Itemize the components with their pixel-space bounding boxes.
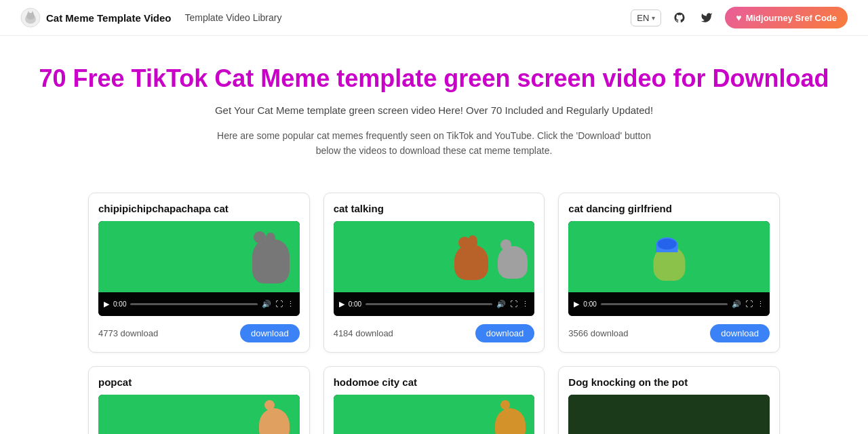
time-display-1: 0:00	[113, 300, 126, 308]
more-icon-1[interactable]: ⋮	[287, 300, 294, 309]
chevron-down-icon: ▾	[652, 14, 655, 22]
card-2-download-count: 4184 download	[334, 328, 393, 338]
heart-icon: ♥	[736, 12, 741, 23]
card-1-title: chipipichipchapachapa cat	[98, 203, 300, 214]
logo[interactable]: Cat Meme Template Video	[20, 7, 172, 28]
card-3-footer: 3566 download download	[568, 324, 770, 342]
video-card-6: Dog knocking on the pot	[558, 366, 780, 434]
card-2-video[interactable]: ▶ 0:00 🔊 ⛶ ⋮	[334, 221, 535, 316]
cat-image-5	[495, 408, 529, 434]
card-1-footer: 4773 download download	[98, 324, 300, 342]
card-6-title: Dog knocking on the pot	[568, 376, 770, 388]
card-5-title: hodomoe city cat	[334, 376, 535, 388]
progress-bar-3[interactable]	[601, 303, 728, 305]
video-card-3: cat dancing girlfriend ▶ 0:00 🔊 ⛶ ⋮ 3566…	[558, 193, 780, 353]
cat-image-2	[452, 224, 530, 292]
github-icon[interactable]	[671, 9, 688, 26]
volume-icon-3[interactable]: 🔊	[732, 300, 741, 309]
video-card-2: cat talking ▶ 0:00 🔊 ⛶ ⋮	[323, 193, 545, 353]
video-controls-3[interactable]: ▶ 0:00 🔊 ⛶ ⋮	[568, 292, 770, 316]
card-3-download-button[interactable]: download	[710, 324, 770, 342]
card-3-title: cat dancing girlfriend	[568, 203, 770, 214]
language-selector[interactable]: EN ▾	[631, 9, 661, 26]
fullscreen-icon-1[interactable]: ⛶	[275, 300, 283, 308]
video-card-4: popcat	[88, 366, 310, 434]
video-card-1: chipipichipchapachapa cat ▶ 0:00 🔊 ⛶ ⋮	[88, 193, 310, 353]
card-1-download-count: 4773 download	[98, 328, 158, 338]
header: Cat Meme Template Video Template Video L…	[0, 0, 868, 36]
site-name: Cat Meme Template Video	[46, 12, 172, 24]
progress-bar-1[interactable]	[130, 303, 257, 305]
more-icon-2[interactable]: ⋮	[521, 300, 529, 309]
cat-image-4	[259, 408, 293, 434]
nav-library-link[interactable]: Template Video Library	[185, 12, 282, 23]
header-right: EN ▾ ♥ Midjourney Sref Code	[631, 7, 848, 28]
video-card-5: hodomoe city cat	[323, 366, 545, 434]
play-button-1[interactable]: ▶	[104, 300, 109, 309]
logo-icon	[20, 7, 41, 28]
card-2-title: cat talking	[334, 203, 535, 214]
cat-image-1	[247, 224, 294, 292]
time-display-3: 0:00	[583, 300, 596, 308]
card-4-title: popcat	[98, 376, 300, 388]
volume-icon-1[interactable]: 🔊	[262, 300, 271, 309]
dark-bg-6	[568, 395, 770, 434]
hero-description: Here are some popular cat memes frequent…	[203, 128, 665, 159]
midjourney-button[interactable]: ♥ Midjourney Sref Code	[725, 7, 848, 28]
play-button-3[interactable]: ▶	[574, 300, 579, 309]
video-controls-2[interactable]: ▶ 0:00 🔊 ⛶ ⋮	[334, 292, 535, 316]
progress-bar-2[interactable]	[366, 303, 492, 305]
card-6-video[interactable]	[568, 395, 770, 434]
lang-label: EN	[637, 13, 649, 23]
card-2-footer: 4184 download download	[334, 324, 535, 342]
card-5-video[interactable]	[334, 395, 535, 434]
video-grid: chipipichipchapachapa cat ▶ 0:00 🔊 ⛶ ⋮	[75, 193, 793, 434]
volume-icon-2[interactable]: 🔊	[496, 300, 506, 309]
twitter-icon[interactable]	[698, 9, 715, 26]
play-button-2[interactable]: ▶	[339, 300, 344, 309]
fullscreen-icon-2[interactable]: ⛶	[510, 300, 517, 308]
time-display-2: 0:00	[349, 300, 361, 308]
card-3-download-count: 3566 download	[568, 328, 628, 338]
midjourney-label: Midjourney Sref Code	[746, 13, 837, 23]
card-1-download-button[interactable]: download	[240, 324, 300, 342]
card-3-video[interactable]: ▶ 0:00 🔊 ⛶ ⋮	[568, 221, 770, 316]
card-1-video[interactable]: ▶ 0:00 🔊 ⛶ ⋮	[98, 221, 300, 316]
cat-image-3	[650, 226, 688, 292]
video-controls-1[interactable]: ▶ 0:00 🔊 ⛶ ⋮	[98, 292, 300, 316]
hero-title: 70 Free TikTok Cat Meme template green s…	[14, 63, 854, 94]
hero-section: 70 Free TikTok Cat Meme template green s…	[0, 36, 868, 193]
more-icon-3[interactable]: ⋮	[757, 300, 764, 309]
card-4-video[interactable]	[98, 395, 300, 434]
hero-subtitle: Get Your Cat Meme template green screen …	[14, 104, 854, 116]
card-2-download-button[interactable]: download	[475, 324, 535, 342]
fullscreen-icon-3[interactable]: ⛶	[745, 300, 753, 308]
